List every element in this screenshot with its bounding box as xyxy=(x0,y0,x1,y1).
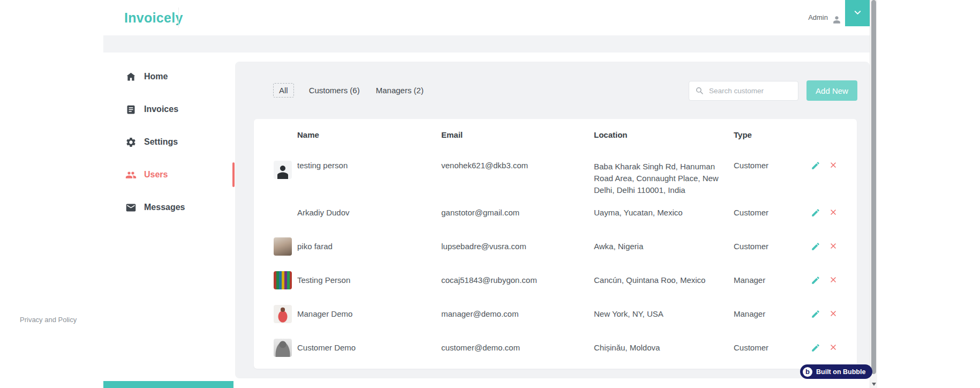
sidebar-item-home[interactable]: Home xyxy=(103,63,235,91)
table-row: Customer Demo customer@demo.com Chișinău… xyxy=(254,331,857,364)
sidebar-item-settings[interactable]: Settings xyxy=(103,128,235,156)
edit-icon[interactable] xyxy=(811,309,820,319)
user-type: Customer xyxy=(734,242,803,251)
user-type: Manager xyxy=(734,309,803,318)
filter-tabs: All Customers (6) Managers (2) xyxy=(273,83,425,98)
user-name: testing person xyxy=(297,161,441,170)
user-email: venohek621@dkb3.com xyxy=(441,161,594,170)
delete-icon[interactable] xyxy=(829,242,839,251)
admin-label: Admin xyxy=(808,0,828,35)
column-header-location: Location xyxy=(594,130,734,139)
user-location: Uayma, Yucatan, Mexico xyxy=(594,207,734,219)
user-location: New York, NY, USA xyxy=(594,308,734,320)
user-type: Customer xyxy=(734,208,803,217)
settings-icon xyxy=(125,137,137,148)
sidebar-item-label: Settings xyxy=(144,137,178,147)
user-email: customer@demo.com xyxy=(441,343,594,352)
search-input[interactable] xyxy=(689,81,798,101)
table-header-row: Name Email Location Type xyxy=(254,119,857,150)
table-row: testing person venohek621@dkb3.com Baba … xyxy=(254,150,857,196)
column-header-email: Email xyxy=(441,130,594,139)
user-name: piko farad xyxy=(297,242,441,251)
users-table: Name Email Location Type testing person … xyxy=(254,119,857,369)
delete-icon[interactable] xyxy=(829,161,839,170)
sidebar-item-invoices[interactable]: Invoices xyxy=(103,95,235,123)
app-window: Invoicely Admin Home Invoices xyxy=(0,0,980,388)
messages-icon xyxy=(125,202,137,213)
toolbar-right: Add New xyxy=(689,80,857,101)
delete-icon[interactable] xyxy=(829,309,839,319)
avatar xyxy=(274,339,292,357)
invoices-icon xyxy=(125,104,137,115)
user-name: Testing Person xyxy=(297,275,441,285)
table-row: Arkadiy Dudov ganstotor@gmail.com Uayma,… xyxy=(254,196,857,229)
user-type: Customer xyxy=(734,161,803,170)
user-name: Arkadiy Dudov xyxy=(297,208,441,217)
user-email: ganstotor@gmail.com xyxy=(441,208,594,217)
delete-icon[interactable] xyxy=(829,343,839,353)
search-icon xyxy=(695,86,704,95)
edit-icon[interactable] xyxy=(811,242,820,251)
avatar xyxy=(274,161,292,179)
header-divider xyxy=(178,8,179,28)
tab-all[interactable]: All xyxy=(273,83,294,98)
user-email: cocaj51843@rubygon.com xyxy=(441,275,594,285)
footer-accent-strip xyxy=(103,381,233,388)
built-on-bubble-badge[interactable]: b Built on Bubble xyxy=(800,364,872,379)
bubble-badge-label: Built on Bubble xyxy=(816,368,865,376)
sidebar-item-label: Users xyxy=(144,170,168,180)
user-location: Baba Kharak Singh Rd, Hanuman Road Area,… xyxy=(594,161,734,196)
sidebar-item-users[interactable]: Users xyxy=(103,161,235,189)
sidebar-item-label: Messages xyxy=(144,203,185,212)
table-row: piko farad lupsebadre@vusra.com Awka, Ni… xyxy=(254,229,857,263)
user-name: Customer Demo xyxy=(297,343,441,352)
user-location: Cancún, Quintana Roo, Mexico xyxy=(594,274,734,286)
sidebar-item-messages[interactable]: Messages xyxy=(103,193,235,221)
sidebar: Home Invoices Settings Users Messages xyxy=(103,53,235,388)
header-sub-band xyxy=(103,35,870,53)
delete-icon[interactable] xyxy=(829,275,839,285)
user-location: Awka, Nigeria xyxy=(594,241,734,252)
home-icon xyxy=(125,71,137,83)
user-name: Manager Demo xyxy=(297,309,441,318)
scroll-down-arrow-icon[interactable] xyxy=(872,383,876,386)
tab-managers[interactable]: Managers (2) xyxy=(375,84,425,97)
edit-icon[interactable] xyxy=(811,275,820,285)
column-header-name: Name xyxy=(297,130,441,139)
admin-avatar-icon xyxy=(832,14,842,25)
scrollbar-thumb[interactable] xyxy=(871,0,876,374)
account-menu-button[interactable] xyxy=(845,0,870,26)
avatar xyxy=(274,237,292,256)
delete-icon[interactable] xyxy=(829,208,839,218)
add-new-button[interactable]: Add New xyxy=(806,80,857,101)
table-row: Manager Demo manager@demo.com New York, … xyxy=(254,297,857,331)
user-email: lupsebadre@vusra.com xyxy=(441,242,594,251)
user-type: Customer xyxy=(734,343,803,352)
bubble-logo-icon: b xyxy=(803,367,812,377)
user-location: Chișinău, Moldova xyxy=(594,342,734,354)
top-header: Invoicely Admin xyxy=(103,0,870,35)
tab-customers[interactable]: Customers (6) xyxy=(308,84,361,97)
column-header-type: Type xyxy=(734,130,803,139)
avatar xyxy=(274,204,292,222)
edit-icon[interactable] xyxy=(811,208,820,218)
user-type: Manager xyxy=(734,275,803,285)
user-email: manager@demo.com xyxy=(441,309,594,318)
main-panel: All Customers (6) Managers (2) Add New N… xyxy=(235,62,870,378)
sidebar-item-label: Home xyxy=(144,72,168,81)
chevron-down-icon xyxy=(853,8,863,19)
search-box xyxy=(689,81,798,101)
avatar xyxy=(274,271,292,289)
edit-icon[interactable] xyxy=(811,161,820,170)
app-logo: Invoicely xyxy=(124,0,183,35)
privacy-policy-link[interactable]: Privacy and Policy xyxy=(20,316,77,324)
edit-icon[interactable] xyxy=(811,343,820,353)
users-icon xyxy=(125,169,137,181)
avatar xyxy=(274,305,292,323)
table-row: Testing Person cocaj51843@rubygon.com Ca… xyxy=(254,263,857,297)
sidebar-item-label: Invoices xyxy=(144,105,178,114)
page-scrollbar[interactable] xyxy=(870,0,877,388)
